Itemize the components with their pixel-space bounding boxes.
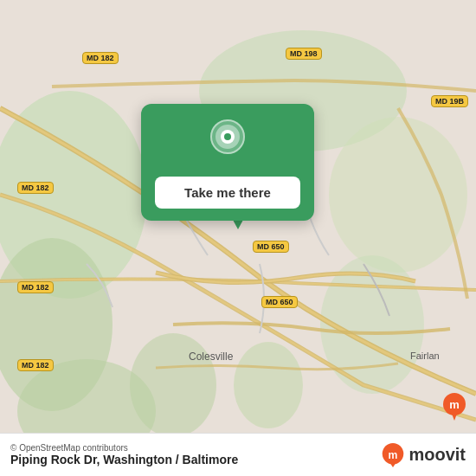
- location-name: Piping Rock Dr, Washington / Baltimore: [10, 453, 238, 466]
- road-badge-md182-2: MD 182: [17, 182, 54, 194]
- svg-point-13: [224, 133, 231, 140]
- road-badge-md182-1: MD 182: [82, 52, 119, 64]
- pin-icon-container: [209, 119, 247, 168]
- svg-marker-20: [390, 462, 396, 466]
- road-badge-md198: MD 198: [286, 48, 322, 60]
- take-me-there-button[interactable]: Take me there: [155, 177, 300, 209]
- svg-point-7: [234, 342, 303, 428]
- bottom-bar: © OpenStreetMap contributors Piping Rock…: [0, 433, 476, 476]
- road-badge-md182-4: MD 182: [17, 359, 54, 371]
- moovit-pin: m: [443, 393, 466, 424]
- road-badge-md650-1: MD 650: [253, 241, 289, 253]
- location-pin-icon: [209, 119, 247, 164]
- road-badge-md19b: MD 19B: [431, 95, 468, 107]
- moovit-logo: m moovit: [381, 443, 466, 467]
- map-svg: [0, 0, 476, 476]
- svg-marker-17: [452, 414, 457, 421]
- moovit-icon: m: [381, 443, 405, 467]
- fairland-label: Fairlan: [410, 351, 440, 361]
- colesville-label: Colesville: [189, 351, 233, 363]
- svg-text:m: m: [389, 448, 398, 460]
- bottom-left: © OpenStreetMap contributors Piping Rock…: [10, 443, 238, 466]
- road-badge-md650-2: MD 650: [261, 296, 298, 308]
- osm-credit: © OpenStreetMap contributors: [10, 443, 238, 453]
- road-badge-md182-3: MD 182: [17, 281, 54, 293]
- svg-text:m: m: [449, 398, 460, 411]
- svg-point-3: [329, 117, 467, 273]
- popup-card: Take me there: [141, 104, 314, 221]
- moovit-text: moovit: [408, 445, 466, 465]
- map-container: MD 182 MD 198 MD 19B MD 182 MD 650 MD 18…: [0, 0, 476, 476]
